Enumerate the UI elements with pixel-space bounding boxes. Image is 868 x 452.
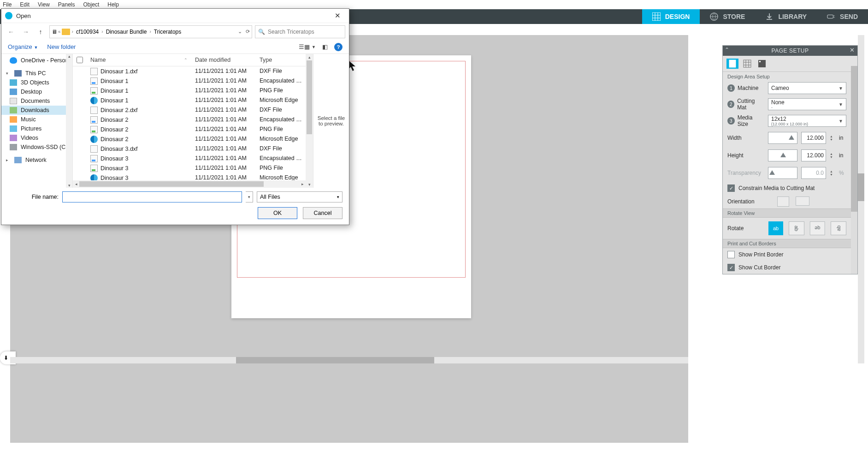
file-row[interactable]: Dinosaur 111/11/2021 1:01 AMMicrosoft Ed… bbox=[73, 95, 306, 105]
ps-tab-grid-icon[interactable] bbox=[741, 59, 753, 69]
tab-design[interactable]: DESIGN bbox=[642, 9, 700, 24]
file-row[interactable]: Dinosaur 111/11/2021 1:01 AMPNG File bbox=[73, 86, 306, 95]
search-input[interactable]: 🔍 Search Triceratops bbox=[255, 25, 345, 38]
menu-object[interactable]: Object bbox=[83, 1, 100, 8]
height-value[interactable]: 12.000 bbox=[801, 149, 826, 161]
width-value[interactable]: 12.000 bbox=[801, 132, 826, 144]
svg-rect-14 bbox=[759, 61, 761, 62]
breadcrumb[interactable]: 🖥 « › cf100934 › Dinosaur Bundle › Trice… bbox=[49, 25, 252, 38]
col-type[interactable]: Type bbox=[256, 54, 306, 66]
menu-view[interactable]: View bbox=[38, 1, 50, 8]
sidebar-item-downloads[interactable]: Downloads bbox=[1, 106, 72, 115]
file-row[interactable]: Dinosaur 211/11/2021 1:01 AMPNG File bbox=[73, 125, 306, 134]
rotate-90-button[interactable]: ab bbox=[789, 221, 804, 235]
file-name: Dinosaur 3 bbox=[100, 165, 128, 172]
cloud-icon bbox=[10, 57, 17, 64]
breadcrumb-dropdown-icon[interactable]: ⌄ bbox=[238, 29, 242, 35]
menu-help[interactable]: Help bbox=[107, 1, 119, 8]
sidebar-item-desktop[interactable]: Desktop bbox=[1, 87, 72, 96]
preview-pane-button[interactable]: ◧ bbox=[322, 43, 328, 50]
sidebar-item-pictures[interactable]: Pictures bbox=[1, 124, 72, 133]
breadcrumb-seg-3[interactable]: Triceratops bbox=[152, 29, 183, 35]
file-name-input[interactable] bbox=[62, 191, 242, 202]
media-dropdown[interactable]: 12x12(12.000 x 12.000 in)▼ bbox=[768, 115, 846, 127]
nav-back-button[interactable]: ← bbox=[5, 26, 17, 38]
pc-icon bbox=[14, 70, 22, 77]
rotate-0-button[interactable]: ab bbox=[768, 221, 784, 235]
col-name[interactable]: Name⌃ bbox=[87, 54, 191, 66]
file-filter-dropdown[interactable]: All Files▾ bbox=[257, 191, 342, 202]
file-row[interactable]: Dinosaur 211/11/2021 1:01 AMEncapsulated… bbox=[73, 115, 306, 125]
canvas-hscroll[interactable] bbox=[10, 357, 688, 363]
sidebar-item-winssd[interactable]: Windows-SSD (C bbox=[1, 143, 72, 152]
file-row[interactable]: Dinosaur 3.dxf11/11/2021 1:01 AMDXF File bbox=[73, 144, 306, 154]
cutmat-dropdown[interactable]: None-▼ bbox=[768, 98, 846, 110]
file-row[interactable]: Dinosaur 311/11/2021 1:01 AMEncapsulated… bbox=[73, 154, 306, 163]
width-stepper[interactable]: ▲▼ bbox=[830, 135, 835, 141]
file-row[interactable]: Dinosaur 2.dxf11/11/2021 1:01 AMDXF File bbox=[73, 105, 306, 115]
file-name-dropdown[interactable]: ▾ bbox=[246, 191, 253, 202]
width-slider[interactable] bbox=[768, 132, 797, 144]
sidebar-item-music[interactable]: Music bbox=[1, 115, 72, 124]
document-icon bbox=[10, 98, 17, 104]
file-row[interactable]: Dinosaur 311/11/2021 1:01 AMMicrosoft Ed… bbox=[73, 173, 306, 180]
ok-button[interactable]: OK bbox=[258, 207, 297, 219]
file-date: 11/11/2021 1:01 AM bbox=[191, 106, 256, 114]
height-stepper[interactable]: ▲▼ bbox=[830, 152, 835, 159]
new-folder-button[interactable]: New folder bbox=[47, 43, 76, 50]
help-icon[interactable]: ? bbox=[334, 43, 342, 51]
show-cut-checkbox[interactable]: ✓ bbox=[727, 264, 735, 271]
sidebar-item-documents[interactable]: Documents bbox=[1, 96, 72, 106]
filelist-vscroll[interactable]: ▴▾ bbox=[306, 54, 313, 188]
breadcrumb-seg-2[interactable]: Dinosaur Bundle bbox=[104, 29, 149, 35]
height-slider[interactable] bbox=[768, 149, 797, 161]
select-all-checkbox[interactable] bbox=[77, 57, 83, 63]
tab-library[interactable]: LIBRARY bbox=[755, 9, 817, 24]
panel-close-icon[interactable]: ✕ bbox=[850, 47, 855, 54]
ps-tab-reg-icon[interactable] bbox=[756, 59, 768, 69]
sidebar-item-3dobjects[interactable]: 3D Objects bbox=[1, 78, 72, 87]
file-row[interactable]: Dinosaur 111/11/2021 1:01 AMEncapsulated… bbox=[73, 76, 306, 86]
constrain-checkbox[interactable]: ✓ bbox=[727, 184, 735, 192]
svg-rect-6 bbox=[827, 15, 833, 18]
rotate-270-button[interactable]: ab bbox=[831, 221, 846, 235]
organize-button[interactable]: Organize ▼ bbox=[8, 43, 38, 50]
col-date[interactable]: Date modified bbox=[191, 54, 256, 66]
view-mode-button[interactable]: ☰▦ ▼ bbox=[299, 43, 316, 50]
sidebar-item-network[interactable]: ▸Network bbox=[1, 155, 72, 165]
menu-file[interactable]: File bbox=[3, 1, 12, 8]
app-vscroll[interactable] bbox=[858, 35, 864, 363]
breadcrumb-seg-1[interactable]: cf100934 bbox=[74, 29, 100, 35]
ps-tab-page-icon[interactable] bbox=[726, 59, 738, 69]
tab-send[interactable]: SEND bbox=[817, 9, 868, 24]
menu-edit[interactable]: Edit bbox=[20, 1, 30, 8]
dialog-close-button[interactable]: ✕ bbox=[330, 10, 345, 22]
sidebar-scroll[interactable]: ▴▾ bbox=[66, 54, 72, 188]
menu-panels[interactable]: Panels bbox=[58, 1, 75, 8]
tab-store[interactable]: STORE bbox=[700, 9, 755, 24]
sidebar-item-thispc[interactable]: ▾This PC bbox=[1, 69, 72, 78]
file-row[interactable]: Dinosaur 211/11/2021 1:01 AMMicrosoft Ed… bbox=[73, 134, 306, 144]
svg-rect-8 bbox=[744, 60, 751, 67]
sidebar-item-onedrive[interactable]: OneDrive - Person bbox=[1, 56, 72, 65]
cancel-button[interactable]: Cancel bbox=[303, 207, 342, 219]
nav-forward-button[interactable]: → bbox=[20, 26, 32, 38]
orientation-portrait-icon[interactable] bbox=[777, 196, 789, 207]
panel-collapse-icon[interactable]: ⌃ bbox=[725, 47, 730, 53]
filelist-hscroll[interactable]: ◂▸ bbox=[73, 180, 306, 188]
sidebar-item-videos[interactable]: Videos bbox=[1, 133, 72, 143]
orientation-landscape-icon[interactable] bbox=[796, 196, 809, 206]
machine-dropdown[interactable]: Cameo▼ bbox=[768, 82, 846, 94]
rotate-180-button[interactable]: qe bbox=[810, 221, 825, 235]
file-row[interactable]: Dinosaur 1.dxf11/11/2021 1:01 AMDXF File bbox=[73, 66, 306, 76]
nav-up-button[interactable]: ↑ bbox=[35, 26, 47, 38]
show-print-checkbox[interactable] bbox=[727, 251, 735, 258]
panel-vscroll[interactable] bbox=[851, 66, 857, 274]
file-type: Microsoft Edge bbox=[256, 96, 306, 105]
file-type-icon bbox=[90, 107, 98, 114]
refresh-icon[interactable]: ⟳ bbox=[246, 29, 250, 35]
download-icon bbox=[10, 107, 17, 113]
file-type: Encapsulated Po bbox=[256, 155, 306, 163]
file-date: 11/11/2021 1:01 AM bbox=[191, 145, 256, 153]
file-row[interactable]: Dinosaur 311/11/2021 1:01 AMPNG File bbox=[73, 163, 306, 173]
